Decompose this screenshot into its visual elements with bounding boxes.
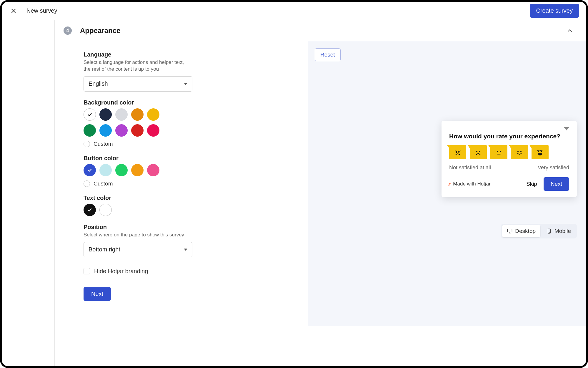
position-help: Select where on the page to show this su…: [84, 232, 189, 238]
background-color-swatch-red[interactable]: [131, 124, 144, 137]
svg-point-8: [520, 151, 522, 152]
mobile-icon: [546, 228, 552, 234]
background-color-swatch-amber[interactable]: [147, 108, 159, 121]
create-survey-button[interactable]: Create survey: [530, 4, 579, 18]
background-color-custom-option[interactable]: Custom: [84, 141, 290, 147]
preview-next-button[interactable]: Next: [544, 177, 569, 191]
svg-point-4: [497, 151, 498, 152]
neutral-face-icon: [494, 147, 504, 157]
svg-point-1: [458, 152, 459, 153]
rating-sad[interactable]: [470, 145, 487, 159]
love-face-icon: [535, 147, 545, 157]
rating-low-label: Not satisfied at all: [449, 165, 491, 171]
rating-happy[interactable]: [511, 145, 528, 159]
hide-branding-label: Hide Hotjar branding: [94, 268, 148, 275]
button-color-label: Button color: [84, 155, 290, 162]
language-value: English: [89, 80, 108, 87]
svg-point-2: [476, 151, 477, 152]
happy-face-icon: [515, 147, 524, 157]
text-color-swatch-white[interactable]: [99, 204, 112, 216]
left-gutter: [2, 20, 55, 366]
button-color-custom-option[interactable]: Custom: [84, 180, 290, 187]
hotjar-branding-text: Made with Hotjar: [453, 181, 491, 187]
background-color-label: Background color: [84, 99, 290, 106]
background-color-swatch-light-gray[interactable]: [115, 108, 128, 121]
caret-down-icon: [184, 83, 187, 85]
rating-high-label: Very satisfied: [538, 165, 569, 171]
collapse-section-button[interactable]: [566, 26, 574, 35]
hide-branding-checkbox[interactable]: Hide Hotjar branding: [84, 268, 290, 275]
background-color-swatches: [84, 108, 172, 137]
button-color-swatch-orange[interactable]: [131, 164, 144, 176]
language-label: Language: [84, 51, 290, 58]
triangle-down-icon: [564, 127, 569, 130]
background-color-swatch-pink-red[interactable]: [147, 124, 159, 137]
background-color-swatch-orange[interactable]: [131, 108, 144, 121]
svg-point-3: [479, 151, 480, 152]
radio-icon: [84, 180, 90, 187]
text-color-swatches: [84, 204, 172, 216]
collapse-preview-button[interactable]: [449, 127, 569, 130]
svg-point-5: [500, 151, 501, 152]
rating-neutral[interactable]: [490, 145, 507, 159]
background-color-swatch-blue[interactable]: [99, 124, 112, 137]
button-color-swatch-indigo[interactable]: [84, 164, 96, 176]
hotjar-branding[interactable]: ⁄⁄ Made with Hotjar: [449, 181, 491, 187]
background-color-swatch-green[interactable]: [84, 124, 96, 137]
svg-point-7: [517, 151, 519, 152]
device-toggle: Desktop Mobile: [501, 224, 577, 238]
button-color-swatch-light-cyan[interactable]: [99, 164, 112, 176]
appearance-form: Language Select a language for actions a…: [55, 41, 308, 326]
topbar: New survey Create survey: [2, 2, 586, 20]
preview-skip-link[interactable]: Skip: [526, 181, 537, 187]
button-color-swatch-green[interactable]: [115, 164, 128, 176]
position-select[interactable]: Bottom right: [84, 242, 192, 257]
button-color-swatch-pink[interactable]: [147, 164, 159, 176]
caret-down-icon: [184, 248, 187, 251]
language-select[interactable]: English: [84, 76, 192, 92]
chevron-up-icon: [567, 28, 573, 34]
section-title: Appearance: [80, 26, 120, 35]
text-color-swatch-black[interactable]: [84, 204, 96, 216]
language-help: Select a language for actions and helper…: [84, 59, 189, 73]
device-mobile-label: Mobile: [554, 228, 571, 234]
emoji-rating-row: [449, 145, 569, 159]
text-color-label: Text color: [84, 195, 290, 201]
sad-face-icon: [474, 147, 483, 157]
svg-rect-6: [497, 154, 501, 155]
step-number-badge: 4: [64, 26, 72, 35]
background-color-swatch-purple[interactable]: [115, 124, 128, 137]
rating-angry[interactable]: [449, 145, 466, 159]
position-label: Position: [84, 224, 290, 231]
form-next-button[interactable]: Next: [84, 287, 111, 301]
close-icon: [11, 8, 16, 14]
reset-preview-button[interactable]: Reset: [315, 48, 341, 61]
svg-point-0: [456, 152, 457, 153]
close-button[interactable]: [9, 6, 18, 16]
page-title: New survey: [26, 7, 57, 14]
background-color-swatch-white[interactable]: [84, 108, 96, 121]
position-value: Bottom right: [89, 246, 120, 253]
button-color-swatches: [84, 164, 172, 176]
section-header: 4 Appearance: [55, 20, 586, 41]
button-color-custom-label: Custom: [94, 180, 113, 187]
checkbox-icon: [84, 268, 90, 274]
preview-panel: Reset How would you rate your experience…: [308, 41, 586, 326]
survey-preview-card: How would you rate your experience?: [442, 121, 577, 197]
angry-face-icon: [453, 147, 462, 157]
survey-question: How would you rate your experience?: [449, 133, 569, 140]
background-color-swatch-navy[interactable]: [99, 108, 112, 121]
device-mobile-button[interactable]: Mobile: [542, 225, 576, 237]
hotjar-logo-icon: ⁄⁄: [449, 181, 451, 187]
svg-point-11: [549, 232, 549, 233]
svg-rect-9: [508, 229, 512, 232]
device-desktop-button[interactable]: Desktop: [502, 225, 540, 237]
radio-icon: [84, 141, 90, 147]
background-color-custom-label: Custom: [94, 141, 113, 147]
device-desktop-label: Desktop: [515, 228, 536, 234]
desktop-icon: [507, 228, 513, 234]
rating-love[interactable]: [532, 145, 549, 159]
